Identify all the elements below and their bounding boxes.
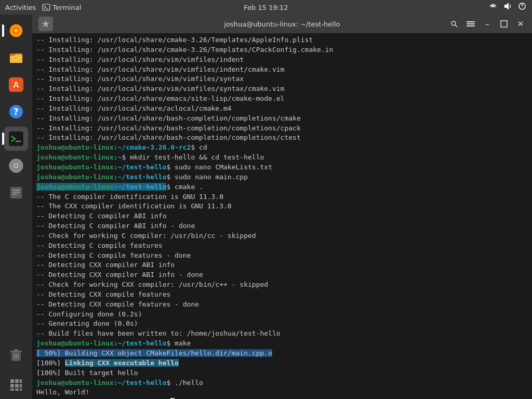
prompt-line: joshua@ubuntu-linux:~$ mkdir test-hello … (36, 153, 528, 163)
svg-rect-44 (467, 25, 475, 26)
svg-rect-37 (10, 389, 14, 391)
svg-point-40 (451, 21, 456, 25)
svg-rect-29 (10, 351, 22, 352)
svg-rect-11 (10, 54, 15, 56)
svg-rect-39 (20, 389, 22, 391)
sidebar-item-cd[interactable] (4, 154, 28, 178)
output-line: -- Installing: /usr/local/share/aclocal/… (36, 104, 528, 114)
sidebar-item-help[interactable]: ? (4, 100, 28, 124)
maximize-button[interactable] (497, 17, 511, 31)
power-icon[interactable] (517, 2, 527, 13)
svg-rect-32 (15, 379, 19, 383)
volume-icon (503, 2, 512, 13)
output-line: -- Installing: /usr/local/share/bash-com… (36, 133, 528, 143)
output-line: -- Installing: /usr/local/share/cmake-3.… (36, 35, 528, 45)
show-applications-button[interactable] (4, 373, 28, 397)
hello-world-output: Hello, World! (36, 388, 528, 397)
svg-rect-34 (10, 384, 14, 388)
output-line: -- Installing: /usr/local/share/vim/vimf… (36, 84, 528, 94)
prompt-line-run: joshua@ubuntu-linux:~/test-hello$ ./hell… (36, 378, 528, 388)
svg-text:A: A (14, 80, 19, 90)
svg-marker-3 (504, 3, 509, 10)
prompt-line: joshua@ubuntu-linux:~/cmake-3.26.0-rc2$ … (36, 143, 528, 153)
sidebar-item-terminal[interactable] (4, 127, 28, 151)
output-line: -- Installing: /usr/local/share/bash-com… (36, 124, 528, 134)
network-icon (488, 2, 498, 13)
prompt-line: joshua@ubuntu-linux:~/test-hello$ sudo n… (36, 163, 528, 172)
output-line: -- Detecting C compile features - done (36, 251, 528, 261)
svg-rect-30 (14, 349, 18, 351)
output-line: -- Installing: /usr/local/share/vim/vimf… (36, 65, 528, 75)
prompt-line-cmake: joshua@ubuntu-linux:~/test-hello$ cmake … (36, 182, 528, 192)
output-line: [100%] Built target hello (36, 368, 528, 378)
output-line: -- Installing: /usr/local/share/emacs/si… (36, 94, 528, 104)
terminal-output[interactable]: -- Installing: /usr/local/share/cmake-3.… (32, 33, 532, 399)
topbar-app-label: Terminal (52, 4, 81, 11)
menu-button[interactable] (463, 17, 478, 31)
svg-rect-31 (10, 379, 14, 383)
terminal-icon-topbar: Terminal (42, 3, 81, 11)
output-line: -- Generating done (0.0s) (36, 319, 528, 329)
topbar-right (488, 2, 527, 13)
svg-rect-0 (43, 4, 50, 10)
output-line: -- Installing: /usr/local/share/bash-com… (36, 114, 528, 124)
output-line: -- Detecting C compiler ABI info - done (36, 221, 528, 231)
sidebar-item-files[interactable] (4, 46, 28, 70)
output-line: -- The C compiler identification is GNU … (36, 192, 528, 202)
progress-line-50: [ 50%] Building CXX object CMakeFiles/he… (36, 349, 528, 358)
activities-button[interactable]: Activities (5, 4, 36, 11)
svg-rect-21 (10, 187, 22, 198)
svg-rect-38 (15, 389, 19, 391)
output-line: -- Configuring done (0.2s) (36, 310, 528, 320)
minimize-button[interactable]: – (480, 17, 495, 31)
prompt-line: joshua@ubuntu-linux:~/test-hello$ sudo n… (36, 172, 528, 182)
topbar-left: Activities Terminal (5, 3, 81, 11)
svg-rect-10 (10, 55, 22, 63)
topbar-datetime: Feb 15 19:12 (244, 4, 288, 11)
svg-rect-42 (467, 21, 475, 22)
svg-rect-45 (501, 21, 507, 27)
svg-rect-36 (20, 384, 22, 388)
progress-line-100-link: [100%] Linking CXX executable hello (36, 358, 528, 368)
svg-line-41 (455, 25, 457, 27)
svg-rect-16 (9, 131, 23, 146)
output-line: -- Detecting CXX compiler ABI info (36, 260, 528, 270)
output-line: -- Build files have been written to: /ho… (36, 329, 528, 339)
output-line: -- The CXX compiler identification is GN… (36, 202, 528, 211)
svg-rect-35 (15, 384, 19, 388)
svg-rect-33 (20, 379, 22, 383)
titlebar-left (38, 17, 53, 31)
svg-rect-43 (467, 23, 475, 24)
search-button[interactable] (447, 17, 461, 31)
output-line: -- Detecting CXX compiler ABI info - don… (36, 270, 528, 280)
output-line: -- Installing: /usr/local/share/vim/vimf… (36, 55, 528, 65)
svg-point-20 (15, 165, 17, 167)
output-line: -- Detecting CXX compile features - done (36, 300, 528, 310)
sidebar-item-notes[interactable] (4, 181, 28, 205)
topbar: Activities Terminal Feb 15 19:12 (0, 0, 532, 15)
output-line: -- Installing: /usr/local/share/cmake-3.… (36, 45, 528, 55)
svg-text:?: ? (14, 107, 19, 117)
sidebar-item-trash[interactable] (4, 343, 28, 367)
sidebar-item-firefox[interactable] (4, 19, 28, 43)
output-line: -- Detecting C compile features (36, 241, 528, 251)
terminal-titlebar: joshua@ubuntu-linux: ~/test-hello – ✕ (32, 15, 532, 33)
titlebar-right: – ✕ (447, 17, 528, 31)
output-line: -- Check for working C compiler: /usr/bi… (36, 231, 528, 241)
prompt-line-make: joshua@ubuntu-linux:~/test-hello$ make (36, 339, 528, 349)
output-line: -- Installing: /usr/local/share/vim/vimf… (36, 74, 528, 84)
terminal-title: joshua@ubuntu-linux: ~/test-hello (224, 20, 340, 28)
sidebar: A ? (0, 15, 32, 399)
output-line: -- Detecting CXX compile features (36, 290, 528, 300)
pin-icon (38, 17, 53, 31)
sidebar-item-ubuntu-store[interactable]: A (4, 73, 28, 97)
terminal-window: joshua@ubuntu-linux: ~/test-hello – ✕ --… (32, 15, 532, 399)
output-line: -- Detecting C compiler ABI info (36, 211, 528, 221)
svg-point-8 (15, 29, 18, 33)
output-line: -- Check for working CXX compiler: /usr/… (36, 280, 528, 290)
close-button[interactable]: ✕ (513, 17, 528, 31)
